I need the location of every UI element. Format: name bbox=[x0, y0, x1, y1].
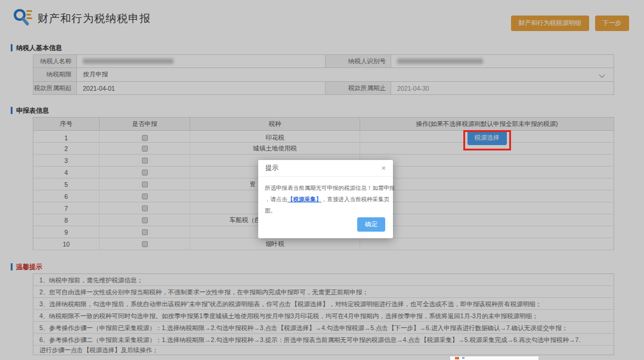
taskbar-dot-fragment bbox=[462, 357, 465, 359]
tax-declaration-page: 财产和行为税纳税申报 财产和行为税税源明细 下一步 纳税人基本信息 纳税人名称 … bbox=[0, 0, 644, 360]
confirm-button[interactable]: 确定 bbox=[357, 217, 385, 232]
taskbar-icon-fragment bbox=[455, 357, 459, 359]
close-icon[interactable]: × bbox=[381, 164, 386, 172]
dialog-body: 所选申报表当前属期无可申报的税源信息！如需申报 ，请点击【税源采集】，直接进入当… bbox=[258, 177, 393, 216]
dialog-text-line1: 所选申报表当前属期无可申报的税源信息！如需申报 bbox=[265, 182, 386, 193]
dialog-text-line3: 面。 bbox=[265, 205, 386, 216]
bottom-window-sliver bbox=[450, 356, 538, 360]
dialog-text-post: ，直接进入当前税种采集页 bbox=[321, 196, 389, 202]
tax-source-collect-link[interactable]: 【税源采集】 bbox=[287, 196, 321, 202]
dialog-title: 提示 bbox=[265, 164, 278, 173]
dialog-text-pre: ，请点击 bbox=[265, 196, 287, 202]
dialog-header: 提示 × bbox=[258, 160, 393, 177]
annotation-highlight-box bbox=[463, 130, 511, 150]
prompt-dialog: 提示 × 所选申报表当前属期无可申报的税源信息！如需申报 ，请点击【税源采集】，… bbox=[258, 160, 393, 238]
dialog-text-line2: ，请点击【税源采集】，直接进入当前税种采集页 bbox=[265, 193, 386, 205]
